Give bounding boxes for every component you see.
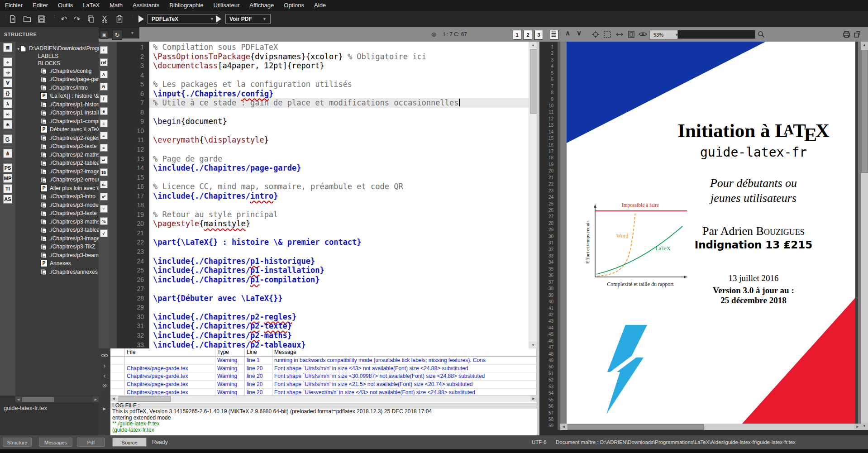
editor-line[interactable]: 6\input{./Chapitres/config} (109, 89, 529, 99)
tree-item-part[interactable]: PDébuter avec \LaTeX{} (15, 125, 99, 134)
scrollbar-thumb[interactable] (568, 424, 704, 430)
scrollbar-thumb[interactable] (118, 396, 171, 402)
editor-line[interactable]: 9\begin{document} (109, 117, 529, 126)
editor-line[interactable]: 2\PassOptionsToPackage{dvipsnames}{xcolo… (109, 52, 529, 62)
prev-warning-button[interactable]: ‹ (99, 370, 110, 380)
pdf-sync-cursor-button[interactable] (591, 30, 600, 38)
pdf-search-input[interactable] (677, 30, 755, 39)
editor-line[interactable]: 31\include{./Chapitres/p2-texte} (109, 321, 529, 331)
message-row[interactable]: Warningline 1running in backwards compat… (110, 357, 537, 365)
menu-item-fichier[interactable]: Fichier (0, 0, 28, 11)
asterisk-symbol-icon[interactable]: ∗ (3, 120, 12, 129)
lambda-symbol-icon[interactable]: λ (3, 99, 12, 108)
editor-line[interactable]: 28\part{Débuter avec \LaTeX{}} (109, 294, 529, 303)
pdf-print-button[interactable] (843, 31, 850, 38)
save-button[interactable] (36, 14, 47, 24)
pdf-prev-page-button[interactable]: ∧ (565, 29, 570, 37)
scroll-left-icon[interactable]: ◀ (110, 396, 117, 401)
status-tab-source-viewer[interactable]: Source Viewer (112, 438, 147, 447)
log-view[interactable]: LOG FILE :This is pdfTeX, Version 3.1415… (110, 403, 537, 435)
editor-line[interactable]: 17\include{./Chapitres/intro} (109, 191, 529, 201)
editor-line[interactable]: 5% Les packages et la configuration util… (109, 80, 529, 89)
editor-line[interactable]: 21 (109, 229, 529, 238)
message-row[interactable]: Chapitres/page-garde.texWarningline 20Fo… (110, 372, 537, 381)
tree-item-include[interactable]: ./Chapitres/page-garde (15, 75, 99, 84)
redo-button[interactable]: ↷ (72, 14, 82, 24)
clear-messages-button[interactable]: ⊗ (99, 380, 110, 390)
source-editor[interactable]: 1% Compilation sous PDFLaTeX2\PassOption… (109, 42, 537, 348)
editor-line[interactable]: 13% Page de garde (109, 154, 529, 164)
tree-item-include[interactable]: ./Chapitres/p1-compilation (15, 117, 99, 126)
scroll-up-icon[interactable]: ▲ (529, 42, 537, 48)
scroll-right-icon[interactable]: ▶ (93, 396, 99, 402)
italic-icon[interactable]: i (100, 95, 108, 103)
tree-item-include[interactable]: ./Chapitres/p3-images (15, 234, 99, 243)
editor-vertical-scrollbar[interactable]: ▲ ▼ (529, 42, 537, 348)
status-tab-structure[interactable]: Structure (3, 438, 32, 447)
menu-item-latex[interactable]: LaTeX (78, 0, 105, 11)
infinity-symbol-icon[interactable]: ∞ (3, 110, 12, 119)
menu-item-options[interactable]: Options (279, 0, 309, 11)
editor-line[interactable]: 4 (109, 71, 529, 80)
toolbar-grip[interactable]: ⋮⋮⋮ (130, 14, 133, 24)
expand-log-icon[interactable]: ▶ (99, 404, 110, 414)
scroll-down-icon[interactable]: ▼ (529, 342, 537, 348)
pdf-layout-1-button[interactable]: 1 (513, 30, 521, 40)
menu-item-math[interactable]: Math (105, 0, 128, 11)
editor-line[interactable]: 33\include{./Chapitres/p2-tableaux} (109, 340, 529, 349)
structure-horizontal-scrollbar[interactable]: ◀ ▶ (15, 396, 99, 402)
pdf-layout-3-button[interactable]: 3 (534, 30, 543, 40)
paste-button[interactable] (114, 14, 125, 24)
editor-line[interactable]: 12 (109, 145, 529, 154)
message-row[interactable]: Chapitres/page-garde.texWarningline 20Fo… (110, 381, 537, 389)
editor-line[interactable]: 24\include{./Chapitres/p1-historique} (109, 257, 529, 266)
pdf-fit-page-button[interactable] (627, 30, 635, 38)
tree-item-include[interactable]: ./Chapitres/p3-TikZ (15, 243, 99, 251)
scrollbar-thumb[interactable] (861, 50, 868, 173)
misc-symbol-icon[interactable]: ⋔ (3, 149, 12, 158)
pdf-vertical-scrollbar[interactable]: ▲ ▼ (861, 42, 868, 430)
pdf-marquee-zoom-button[interactable] (603, 30, 611, 38)
tree-item-include[interactable]: ./Chapitres/p1-historique (15, 100, 99, 109)
scroll-left-icon[interactable]: ◀ (15, 396, 21, 402)
divide-symbol-icon[interactable]: ÷ (3, 57, 12, 67)
tree-item-include[interactable]: ./Chapitres/config (15, 67, 99, 76)
editor-line[interactable]: 16% Licence CC, mind map, sommaire, préa… (109, 182, 529, 191)
editor-line[interactable]: 3\documentclass[a4paper, 12pt]{report} (109, 61, 529, 71)
messages-horizontal-scrollbar[interactable]: ◀ ▶ (110, 395, 537, 402)
next-warning-button[interactable]: › (99, 360, 110, 370)
editor-line[interactable]: 25\include{./Chapitres/p1-installation} (109, 266, 529, 275)
compile-run-button[interactable] (136, 14, 147, 24)
menu-item-assistants[interactable]: Assistants (128, 0, 164, 11)
tree-item-include[interactable]: ./Chapitres/p2-maths (15, 151, 99, 159)
scroll-left-icon[interactable]: ◀ (560, 424, 567, 429)
tree-item-include[interactable]: ./Chapitres/p2-texte (15, 142, 99, 151)
fraction-icon[interactable]: ÷ (100, 205, 108, 213)
cut-button[interactable] (100, 14, 110, 24)
label-ref-icon[interactable]: ref (100, 58, 108, 66)
editor-line[interactable]: 27 (109, 284, 529, 294)
scroll-up-icon[interactable]: ▲ (861, 42, 868, 49)
structure-view-icon[interactable]: ≣ (3, 43, 12, 52)
menu-item-utilisateur[interactable]: Utilisateur (208, 0, 244, 11)
tree-item-part[interactable]: PAller plus loin avec \LaTeX{} (15, 184, 99, 193)
nav-back-button[interactable]: ‹ (126, 27, 129, 42)
editor-line[interactable]: 1% Compilation sous PDFLaTeX (109, 43, 529, 52)
editor-line[interactable]: 26\include{./Chapitres/p1-compilation} (109, 275, 529, 285)
pdf-viewer[interactable]: Initiation à LATEX guide-latex-fr Pour d… (558, 42, 861, 430)
braces-symbol-icon[interactable]: {} (3, 89, 12, 98)
tree-item-include[interactable]: ./Chapitres/p2-images (15, 167, 99, 176)
superscript-icon[interactable]: x² (100, 193, 108, 200)
open-file-button[interactable] (22, 14, 33, 24)
status-tab-pdf-viewer[interactable]: Pdf Viewer (77, 438, 105, 447)
editor-line[interactable]: 29 (109, 303, 529, 312)
editor-line[interactable]: 30\include{./Chapitres/p2-regles} (109, 312, 529, 322)
display-math-icon[interactable]: $$ (100, 168, 108, 176)
tree-item-part[interactable]: P\LaTeX{} : histoire \& premier contact (15, 92, 99, 100)
pdf-fit-width-button[interactable] (615, 30, 624, 38)
editor-line[interactable]: 22\part{\LaTeX{} : histoire \& premier c… (109, 238, 529, 247)
menu-item-outils[interactable]: Outils (53, 0, 78, 11)
pdf-next-page-button[interactable]: ∨ (577, 29, 582, 37)
enumerate-icon[interactable]: ≡ (100, 132, 108, 139)
toolbar-grip[interactable]: ⋮⋮⋮ (4, 14, 6, 24)
